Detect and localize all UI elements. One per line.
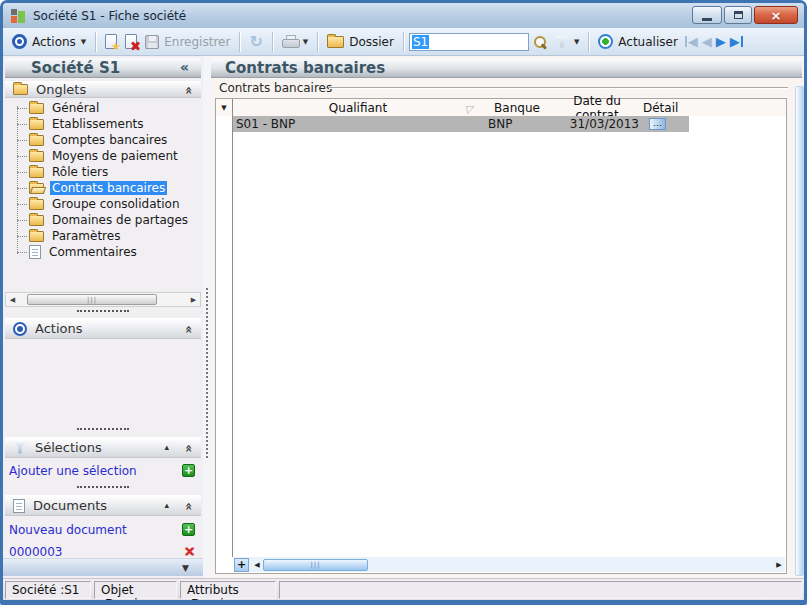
actions-panel-header[interactable]: Actions « [5, 318, 201, 339]
nav-last-button[interactable]: ▶ [730, 35, 744, 48]
nav-next-button[interactable]: ▶ [716, 35, 726, 48]
sidebar-more-dropdown-icon[interactable]: ▼ [182, 563, 189, 573]
filter-dropdown-icon: ▼ [574, 38, 579, 46]
status-empty [279, 581, 802, 599]
scrollbar-thumb[interactable]: ||| [263, 559, 368, 571]
selections-panel-header[interactable]: Sélections ▴ « [5, 437, 201, 458]
folder-icon [29, 135, 44, 146]
tree-item-comptes-bancaires[interactable]: Comptes bancaires [5, 132, 201, 148]
selections-collapse-icon[interactable]: « [181, 444, 196, 452]
column-header-detail[interactable]: Détail [643, 101, 689, 115]
tree-item-general[interactable]: Général [5, 100, 201, 116]
row-gutter-cell [216, 116, 233, 132]
scroll-left-icon[interactable]: ◀ [6, 296, 19, 304]
print-dropdown-icon: ▼ [303, 38, 308, 46]
new-document-plus-button[interactable]: + [182, 523, 195, 536]
scrollbar-thumb[interactable]: ||| [27, 294, 157, 305]
search-button[interactable] [529, 33, 551, 51]
search-input[interactable]: S1 [409, 33, 529, 51]
new-document-link[interactable]: Nouveau document [9, 523, 127, 537]
column-header-qualifiant[interactable]: Qualifiant ▽ [233, 101, 483, 115]
save-icon [145, 35, 159, 49]
detail-button[interactable]: … [649, 118, 666, 130]
save-button[interactable]: Enregistrer [141, 33, 234, 51]
nav-first-button[interactable]: ◀ [684, 35, 698, 48]
folder-icon [29, 215, 44, 226]
sidebar-splitter[interactable] [203, 56, 211, 578]
table-header-row: ▼ Qualifiant ▽ Banque Date du contrat Dé… [216, 99, 786, 116]
add-selection-row: Ajouter une sélection + [9, 463, 197, 479]
group-box-line [329, 87, 788, 88]
nav-next-icon: ▶ [716, 35, 726, 48]
folder-icon [29, 167, 44, 178]
new-button[interactable] [101, 32, 121, 51]
app-window: Société S1 - Fiche société × Actions ▼ E… [0, 0, 807, 605]
restore-button[interactable] [724, 6, 752, 24]
minimize-button[interactable] [692, 6, 722, 24]
sidebar-title: Société S1 [31, 59, 120, 77]
add-selection-plus-button[interactable]: + [182, 464, 195, 477]
splitter-handle[interactable] [3, 310, 203, 314]
delete-button[interactable] [121, 32, 141, 51]
tree-item-role-tiers[interactable]: Rôle tiers [5, 164, 201, 180]
onglets-panel-header[interactable]: Onglets « [5, 81, 201, 98]
documents-collapse-icon[interactable]: « [181, 502, 196, 510]
tree-item-domaines-de-partages[interactable]: Domaines de partages [5, 212, 201, 228]
close-button[interactable]: × [754, 6, 798, 24]
sort-funnel-icon[interactable]: ▽ [462, 103, 475, 116]
cell-date: 31/03/2013 [551, 116, 643, 132]
splitter-handle[interactable] [3, 486, 203, 490]
nav-previous-button[interactable]: ◀ [702, 35, 712, 48]
nav-first-icon: ◀ [688, 35, 698, 48]
actions-target-icon [13, 322, 27, 336]
document-number-link[interactable]: 0000003 [9, 545, 62, 559]
column-header-banque[interactable]: Banque [483, 101, 551, 115]
selections-filter-icon [13, 442, 27, 454]
documents-panel-header[interactable]: Documents ▴ « [5, 495, 201, 516]
onglets-tree: Général Etablissements Comptes bancaires… [5, 100, 201, 260]
print-button[interactable]: ▼ [278, 33, 312, 51]
toolbar-separator [403, 32, 404, 52]
delete-document-icon [125, 34, 137, 49]
tree-item-commentaires[interactable]: Commentaires [5, 244, 201, 260]
tree-item-groupe-consolidation[interactable]: Groupe consolidation [5, 196, 201, 212]
actualiser-button[interactable]: Actualiser [594, 32, 682, 51]
actions-menu-button[interactable]: Actions ▼ [8, 32, 90, 51]
tree-item-contrats-bancaires[interactable]: Contrats bancaires [5, 180, 201, 196]
sidebar-horizontal-scrollbar[interactable]: ◀ ||| ▶ [5, 292, 201, 307]
add-row-button[interactable]: + [234, 558, 249, 572]
scroll-right-icon[interactable]: ▶ [187, 296, 200, 304]
actions-collapse-icon[interactable]: « [181, 325, 196, 333]
refresh-button[interactable]: ↻ [245, 32, 266, 52]
main-panel: Contrats bancaires Contrats bancaires ▼ … [211, 56, 804, 578]
splitter-handle[interactable] [3, 428, 203, 432]
actualiser-icon [598, 34, 613, 49]
cell-qualifiant: S01 - BNP [233, 116, 483, 132]
app-icon [11, 9, 25, 23]
content-area: Société S1 « Onglets « Général Etablisse… [3, 56, 804, 578]
main-vertical-scrollbar[interactable] [795, 86, 804, 576]
tree-item-moyens-de-paiement[interactable]: Moyens de paiement [5, 148, 201, 164]
table-row[interactable]: S01 - BNP BNP 31/03/2013 … [216, 116, 689, 132]
documents-pin-icon[interactable]: ▴ [164, 500, 169, 510]
onglets-folder-icon [13, 84, 28, 95]
sidebar-collapse-icon[interactable]: « [180, 59, 189, 75]
row-selector-button[interactable]: ▼ [216, 99, 233, 116]
tree-item-parametres[interactable]: Paramètres [5, 228, 201, 244]
dossier-button[interactable]: Dossier [323, 33, 398, 51]
selections-pin-icon[interactable]: ▴ [164, 442, 169, 452]
restore-icon [734, 11, 743, 19]
dossier-folder-icon [327, 36, 344, 48]
scroll-left-icon[interactable]: ◀ [251, 561, 263, 569]
minimize-icon [702, 18, 712, 21]
tree-item-etablissements[interactable]: Etablissements [5, 116, 201, 132]
row-selector-icon: ▼ [221, 104, 226, 112]
scroll-right-icon[interactable]: ▶ [773, 561, 785, 569]
toolbar-separator [317, 32, 318, 52]
filter-button[interactable]: ▼ [551, 34, 583, 50]
onglets-collapse-icon[interactable]: « [181, 86, 196, 94]
toolbar-separator [95, 32, 96, 52]
add-selection-link[interactable]: Ajouter une sélection [9, 464, 137, 478]
folder-icon [29, 199, 44, 210]
delete-document-x-button[interactable]: × [183, 544, 195, 558]
